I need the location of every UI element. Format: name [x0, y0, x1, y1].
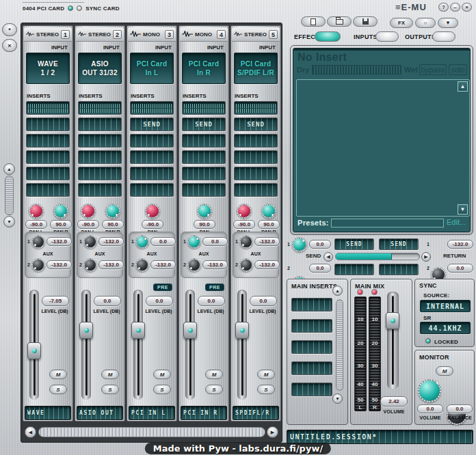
mute-button[interactable]: M: [101, 370, 119, 379]
aux1-knob[interactable]: [187, 235, 201, 249]
aux1-value[interactable]: -132.0: [98, 237, 124, 246]
scribble-strip[interactable]: SPDIFL/R: [233, 406, 279, 420]
insert-slot-dense[interactable]: [182, 101, 226, 115]
level-value[interactable]: -7.05: [42, 296, 69, 306]
pan-right-knob[interactable]: [53, 204, 68, 219]
strip-type-tab[interactable]: STEREO 2: [76, 27, 124, 42]
effect-view-button[interactable]: [315, 31, 341, 42]
aux2-knob[interactable]: [135, 258, 149, 272]
insert-slot[interactable]: [26, 150, 70, 164]
aux1-knob[interactable]: [239, 235, 253, 249]
send-slot[interactable]: SEND: [334, 238, 374, 250]
monitor-volume-knob[interactable]: [418, 379, 441, 402]
aux1-knob[interactable]: [135, 235, 149, 249]
mute-button[interactable]: M: [205, 370, 223, 379]
monitor-volume-value[interactable]: 0.0: [417, 404, 443, 413]
close-strip-button[interactable]: ×: [2, 39, 17, 52]
pre-fader-badge[interactable]: PRE: [205, 284, 224, 291]
mute-button[interactable]: M: [49, 370, 67, 379]
strip-type-tab[interactable]: MONO 3: [128, 27, 176, 42]
insert-slot[interactable]: [78, 134, 122, 148]
send2-value[interactable]: 0.0: [309, 264, 331, 273]
bypass-button[interactable]: bypass: [419, 64, 447, 75]
aux1-value[interactable]: -132.0: [254, 237, 280, 246]
presets-edit-link[interactable]: Edit...: [447, 218, 466, 226]
aux1-value[interactable]: 0.0: [202, 237, 228, 246]
insert-slot[interactable]: [234, 167, 278, 180]
insert-slot[interactable]: [130, 167, 174, 180]
solo-button[interactable]: S: [153, 385, 171, 394]
insert-slot[interactable]: [78, 118, 122, 131]
aux2-value[interactable]: -132.0: [47, 260, 72, 269]
monitor-mute-button[interactable]: M: [436, 366, 453, 376]
solo-button[interactable]: S: [205, 385, 223, 394]
send-amount-slider[interactable]: [335, 253, 420, 260]
solo-button[interactable]: S: [101, 385, 119, 394]
window-shade-button[interactable]: *: [2, 23, 17, 36]
pan-value[interactable]: 90.0: [194, 220, 215, 229]
strips-scroll-left-button[interactable]: ◀: [25, 426, 36, 438]
insert-slot[interactable]: [234, 134, 278, 148]
main-insert-slot[interactable]: [291, 361, 332, 375]
fx-palette-button[interactable]: FX: [390, 18, 413, 28]
effect-solo-button[interactable]: solo: [449, 64, 467, 75]
strip-type-tab[interactable]: STEREO 5: [232, 27, 280, 42]
monitor-balance-value[interactable]: 0.0: [447, 404, 473, 413]
pan-right-value[interactable]: 90.0: [50, 220, 72, 229]
send-slot[interactable]: [334, 264, 374, 275]
pan-left-value[interactable]: -90.0: [25, 220, 47, 229]
insert-slot[interactable]: [130, 150, 174, 164]
insert-slot[interactable]: [26, 118, 70, 131]
channel-fader[interactable]: [29, 290, 39, 400]
input-display[interactable]: PCI Card In L: [130, 53, 174, 84]
level-value[interactable]: 0.0: [146, 296, 173, 306]
insert-slot[interactable]: [234, 150, 278, 164]
insert-slot[interactable]: [26, 134, 70, 148]
list-scroll-down-button[interactable]: ▼: [458, 204, 468, 215]
insert-slot[interactable]: [182, 183, 226, 197]
save-session-button[interactable]: [353, 16, 378, 27]
insert-slot[interactable]: [182, 167, 226, 180]
strips-horizontal-scrollbar[interactable]: [38, 427, 265, 437]
aux1-value[interactable]: 0.0: [150, 237, 176, 246]
scribble-strip[interactable]: ASIO OUT: [77, 406, 123, 420]
insert-slot[interactable]: [130, 183, 174, 197]
level-value[interactable]: 0.0: [198, 296, 225, 306]
scribble-strip[interactable]: WAVE: [25, 406, 71, 420]
main-mix-fader-thumb[interactable]: [386, 312, 399, 329]
new-session-button[interactable]: [301, 16, 326, 27]
effect-chain-list[interactable]: ▲ ▼: [296, 79, 470, 217]
insert-slot-dense[interactable]: [130, 101, 174, 115]
send-slot[interactable]: [379, 264, 419, 275]
insert-slot[interactable]: [130, 134, 174, 148]
aux2-knob[interactable]: [83, 258, 97, 272]
return1-value[interactable]: -132.0: [447, 240, 473, 249]
help-button[interactable]: ?: [438, 3, 449, 12]
aux2-value[interactable]: -132.0: [254, 260, 280, 269]
input-display[interactable]: PCI Card In R: [182, 53, 226, 84]
tab-0404-pci-card[interactable]: 0404 PCI CARD: [23, 5, 64, 12]
insert-slot[interactable]: [234, 183, 278, 197]
channel-fader[interactable]: [133, 290, 143, 400]
pan-right-knob[interactable]: [105, 204, 120, 219]
insert-slot[interactable]: [78, 150, 122, 164]
main-insert-slot[interactable]: [291, 340, 332, 354]
channel-fader[interactable]: [185, 290, 195, 400]
dropdown-button[interactable]: ▼: [438, 18, 458, 28]
pan-right-knob[interactable]: [261, 204, 276, 219]
fader-thumb[interactable]: [235, 322, 249, 339]
input-display[interactable]: WAVE 1 / 2: [26, 53, 70, 84]
pan-left-value[interactable]: -90.0: [233, 220, 255, 229]
insert-slot[interactable]: [26, 167, 70, 180]
pan-left-value[interactable]: -90.0: [77, 220, 99, 229]
main-inserts-scrollbar[interactable]: [336, 299, 343, 391]
insert-slot-dense[interactable]: [78, 101, 122, 115]
pan-value[interactable]: -90.0: [142, 220, 163, 229]
outputs-view-button[interactable]: [432, 31, 455, 42]
pan-knob[interactable]: [197, 204, 212, 219]
channel-fader[interactable]: [237, 290, 247, 400]
main-inserts-scroll-down-button[interactable]: ▼: [332, 394, 343, 404]
strips-scroll-right-button[interactable]: ▶: [267, 426, 278, 438]
insert-slot-dense[interactable]: [234, 101, 278, 115]
tab-sync-card[interactable]: SYNC CARD: [85, 5, 119, 12]
